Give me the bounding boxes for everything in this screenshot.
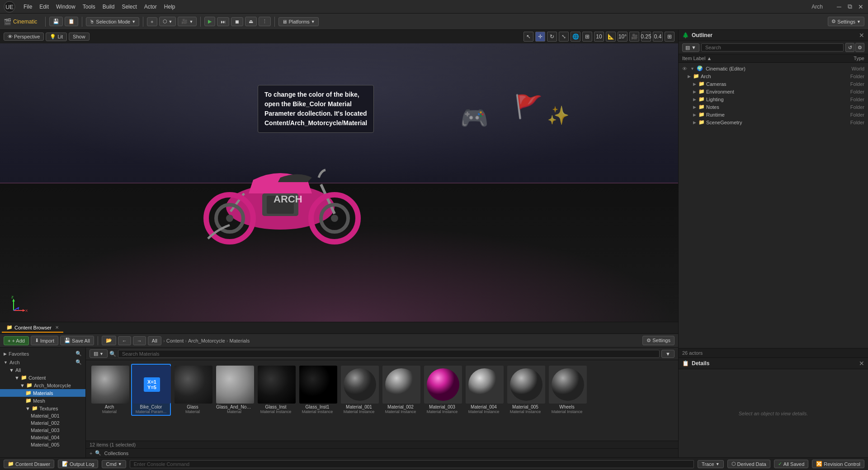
cb-create-folder-btn[interactable]: 📂 xyxy=(102,336,116,345)
col-type[interactable]: Type xyxy=(828,56,864,61)
tree-row-scene-geometry-folder[interactable]: ▶ 📁 SceneGeometry Folder xyxy=(679,118,868,126)
world-space-btn[interactable]: 🌐 xyxy=(571,32,580,42)
viewport-perspective-btn[interactable]: 👁 Perspective xyxy=(4,33,44,41)
cb-save-all-btn[interactable]: 💾 Save All xyxy=(60,336,94,345)
cb-search-input[interactable] xyxy=(118,350,660,358)
menu-item-tools[interactable]: Tools xyxy=(79,2,99,11)
save-btn[interactable]: 💾 xyxy=(49,17,63,26)
cb-import-btn[interactable]: ⬇ Import xyxy=(31,336,58,345)
angle-btn[interactable]: 📐 xyxy=(606,32,616,42)
settings-btn[interactable]: ⚙ Settings ▼ xyxy=(828,17,864,26)
viewport-options-btn[interactable]: ⊞ xyxy=(665,32,675,42)
tree-material-004[interactable]: Material_004 xyxy=(0,434,85,441)
tree-row-lighting-folder[interactable]: ▶ 📁 Lighting Folder xyxy=(679,95,868,103)
camera-speed-btn[interactable]: 🎥 xyxy=(629,32,639,42)
breadcrumb-arch-motorcycle[interactable]: Arch_Motorcycle xyxy=(188,338,225,343)
scale-tool-btn[interactable]: ⤡ xyxy=(559,32,569,42)
cb-filter-dropdown-btn[interactable]: ▼ xyxy=(661,350,675,358)
viewport[interactable]: 👁 Perspective 💡 Lit Show ↖ ✛ ↻ ⤡ 🌐 ⊞ xyxy=(0,30,678,322)
viewport-lit-btn[interactable]: 💡 Lit xyxy=(46,33,67,41)
outliner-search-input[interactable] xyxy=(701,43,844,52)
selection-mode-btn[interactable]: 🖱 Selection Mode ▼ xyxy=(86,17,139,26)
scale-y-btn[interactable]: 0.4 xyxy=(653,32,663,42)
asset-glass-nonglass[interactable]: Glass_And_NonGlass Material xyxy=(214,364,254,416)
stop-btn[interactable]: ⏹ xyxy=(231,17,243,26)
console-input[interactable] xyxy=(130,460,694,468)
asset-arch[interactable]: Arch Material xyxy=(90,364,129,416)
cb-filter-btn[interactable]: ▤ ▼ xyxy=(90,349,108,358)
cinematics-btn[interactable]: 🎥 ▼ xyxy=(178,17,197,26)
content-browser-tab-close[interactable]: ✕ xyxy=(55,325,59,330)
asset-mat-003[interactable]: Material_003 Material Instance xyxy=(422,364,462,416)
tree-row-notes-folder[interactable]: ▶ 📁 Notes Folder xyxy=(679,103,868,111)
tree-mesh[interactable]: 📁 Mesh xyxy=(0,397,85,404)
all-saved-btn[interactable]: ✓ All Saved xyxy=(774,460,808,468)
output-log-btn[interactable]: 📝 Output Log xyxy=(58,460,98,468)
tree-textures[interactable]: ▼ 📁 Textures xyxy=(0,404,85,412)
menu-item-build[interactable]: Build xyxy=(99,2,118,11)
app-logo[interactable]: UE xyxy=(4,1,15,13)
viewport-show-btn[interactable]: Show xyxy=(69,33,90,41)
restore-button[interactable]: ⧉ xyxy=(846,3,854,10)
menu-item-window[interactable]: Window xyxy=(52,2,79,11)
menu-item-actor[interactable]: Actor xyxy=(141,2,160,11)
step-forward-btn[interactable]: ⏭ xyxy=(217,17,229,26)
tree-row-runtime-folder[interactable]: ▶ 📁 Runtime Folder xyxy=(679,111,868,118)
asset-glass[interactable]: Glass Material xyxy=(173,364,212,416)
more-play-options-btn[interactable]: ⋮ xyxy=(259,17,271,26)
cb-settings-btn[interactable]: ⚙ Settings xyxy=(642,336,675,345)
tree-material-001[interactable]: Material_001 xyxy=(0,412,85,419)
tree-material-005[interactable]: Material_005 xyxy=(0,441,85,448)
revision-control-btn[interactable]: 🔀 Revision Control xyxy=(812,460,864,468)
asset-mat-004[interactable]: Material_004 Material Instance xyxy=(464,364,504,416)
cb-nav-forward-btn[interactable]: → xyxy=(133,336,146,345)
favorites-search-icon[interactable]: 🔍 xyxy=(75,351,82,357)
menu-item-select[interactable]: Select xyxy=(118,2,140,11)
menu-item-help[interactable]: Help xyxy=(160,2,179,11)
asset-bike-color[interactable]: X=1Y=5 Bike_Color Material Param... xyxy=(131,364,171,416)
outliner-settings-btn[interactable]: ⚙ xyxy=(855,43,864,52)
grid-size-btn[interactable]: 10 xyxy=(594,32,604,42)
outliner-filter-btn[interactable]: ▤ ▼ xyxy=(682,43,699,52)
cb-nav-back-btn[interactable]: ← xyxy=(118,336,131,345)
rotate-tool-btn[interactable]: ↻ xyxy=(547,32,557,42)
arch-search-icon[interactable]: 🔍 xyxy=(75,359,82,365)
play-btn[interactable]: ▶ xyxy=(204,17,215,26)
collections-search-icon[interactable]: 🔍 xyxy=(95,450,101,456)
close-button[interactable]: ✕ xyxy=(857,3,864,10)
asset-glass-inst[interactable]: Glass_Inst Material Instance xyxy=(256,364,296,416)
cb-add-btn[interactable]: + + Add xyxy=(4,336,29,345)
tree-row-world[interactable]: 👁 ▼ 🌍 Cinematic (Editor) World xyxy=(679,65,868,72)
scale-x-btn[interactable]: 0.25 xyxy=(641,32,651,42)
content-browser-tab[interactable]: 📁 Content Browser ✕ xyxy=(2,323,63,333)
favorites-section[interactable]: ▶ Favorites 🔍 xyxy=(0,349,85,358)
tree-row-environment-folder[interactable]: ▶ 📁 Environment Folder xyxy=(679,88,868,95)
minimize-button[interactable]: ─ xyxy=(835,3,843,10)
asset-glass-inst1[interactable]: Glass_Inst1 Material Instance xyxy=(297,364,337,416)
derived-data-btn[interactable]: ⬡ Derived Data xyxy=(727,460,770,468)
collections-add-icon[interactable]: + xyxy=(90,451,92,456)
asset-wheels[interactable]: Wheels Material Instance xyxy=(547,364,587,416)
tree-all[interactable]: ▼ All xyxy=(0,367,85,374)
asset-mat-001[interactable]: Material_001 Material Instance xyxy=(339,364,379,416)
tree-row-cameras-folder[interactable]: ▶ 📁 Cameras Folder xyxy=(679,80,868,88)
content-drawer-btn[interactable]: 📁 Content Drawer xyxy=(4,460,54,468)
angle-size-btn[interactable]: 10° xyxy=(618,32,627,42)
add-actor-btn[interactable]: + xyxy=(147,17,157,26)
cmd-btn[interactable]: Cmd ▼ xyxy=(102,460,126,468)
platforms-btn[interactable]: 🖥 Platforms ▼ xyxy=(278,17,318,26)
snap-btn[interactable]: ⊞ xyxy=(582,32,592,42)
trace-btn[interactable]: Trace ▼ xyxy=(698,460,724,468)
menu-item-edit[interactable]: Edit xyxy=(36,2,52,11)
col-item-label[interactable]: Item Label ▲ xyxy=(682,56,828,61)
asset-mat-002[interactable]: Material_002 Material Instance xyxy=(381,364,420,416)
menu-item-file[interactable]: File xyxy=(20,2,36,11)
eject-btn[interactable]: ⏏ xyxy=(245,17,257,26)
arch-section[interactable]: ▼ Arch 🔍 xyxy=(0,358,85,367)
cursor-tool-btn[interactable]: ↖ xyxy=(524,32,533,42)
tree-material-003[interactable]: Material_003 xyxy=(0,427,85,434)
tree-arch-motorcycle[interactable]: ▼ 📁 Arch_Motorcycle xyxy=(0,381,85,389)
tree-material-002[interactable]: Material_002 xyxy=(0,419,85,427)
breadcrumb-content[interactable]: Content xyxy=(166,338,184,343)
outliner-create-btn[interactable]: ↺ xyxy=(845,43,854,52)
